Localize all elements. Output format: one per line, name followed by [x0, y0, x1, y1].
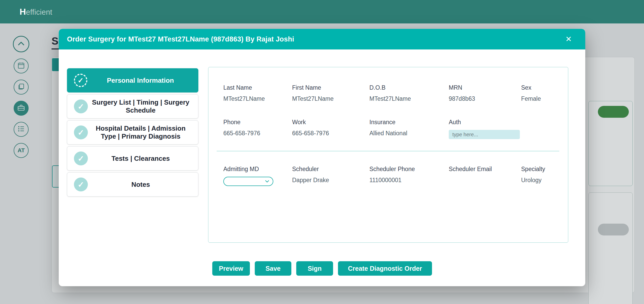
- field-label: Auth: [449, 119, 521, 126]
- field-sex: Sex Female: [521, 84, 583, 102]
- step-label: Personal Information: [87, 77, 193, 85]
- step-notes[interactable]: ✓ Notes: [67, 172, 198, 197]
- field-value: Allied National: [369, 130, 449, 137]
- check-icon: ✓: [74, 74, 87, 87]
- chevron-down-icon: [265, 179, 269, 184]
- field-label: Admitting MD: [223, 166, 292, 173]
- field-phone: Phone 665-658-7976: [223, 119, 292, 139]
- field-first-name: First Name MTest27LName: [292, 84, 369, 102]
- modal-title: Order Surgery for MTest27 MTest27LName (…: [67, 35, 294, 43]
- field-admitting-md: Admitting MD: [223, 166, 292, 186]
- field-value: MTest27LName: [292, 95, 369, 102]
- field-insurance: Insurance Allied National: [369, 119, 449, 139]
- step-list: ✓ Personal Information ✓ Surgery List | …: [67, 68, 198, 198]
- field-value: MTest27LName: [369, 95, 449, 102]
- field-label: Last Name: [223, 84, 292, 91]
- field-value: Female: [521, 95, 583, 102]
- close-icon[interactable]: ✕: [565, 35, 572, 43]
- field-label: First Name: [292, 84, 369, 91]
- auth-input[interactable]: [449, 130, 520, 139]
- brand-logo[interactable]: Hefficient: [20, 7, 52, 17]
- save-button[interactable]: Save: [255, 261, 291, 276]
- brand-initial: H: [20, 7, 26, 16]
- field-value: Urology: [521, 177, 583, 184]
- personal-information-panel: Last Name MTest27LName First Name MTest2…: [208, 67, 568, 243]
- field-dob: D.O.B MTest27LName: [369, 84, 449, 102]
- step-personal-information[interactable]: ✓ Personal Information: [67, 68, 198, 92]
- field-label: MRN: [449, 84, 521, 91]
- field-value: 987d8b63: [449, 95, 521, 102]
- field-label: Insurance: [369, 119, 449, 126]
- check-icon: ✓: [74, 99, 88, 113]
- field-value: 1110000001: [369, 177, 449, 184]
- section-divider: [217, 151, 559, 151]
- field-specialty: Specialty Urology: [521, 166, 583, 186]
- app-root: Hefficient S: [0, 0, 644, 304]
- preview-button[interactable]: Preview: [212, 261, 250, 276]
- check-icon: ✓: [74, 125, 88, 139]
- field-value: 665-658-7976: [223, 130, 292, 137]
- field-row-1: Last Name MTest27LName First Name MTest2…: [208, 84, 568, 102]
- field-label: Work: [292, 119, 369, 126]
- check-icon: ✓: [74, 151, 88, 165]
- field-scheduler-phone: Scheduler Phone 1110000001: [369, 166, 449, 186]
- field-label: Phone: [223, 119, 292, 126]
- field-row-3: Admitting MD Scheduler Dapper Drake Sche…: [208, 166, 568, 186]
- sign-button[interactable]: Sign: [296, 261, 333, 276]
- brand-rest: efficient: [26, 8, 52, 16]
- step-tests-clearances[interactable]: ✓ Tests | Clearances: [67, 146, 198, 171]
- field-value: [449, 177, 521, 184]
- field-label: Scheduler Phone: [369, 166, 449, 173]
- field-label: D.O.B: [369, 84, 449, 91]
- step-label: Surgery List | Timing | Surgery Schedule: [88, 98, 193, 114]
- check-icon: ✓: [74, 178, 88, 191]
- step-label: Tests | Clearances: [88, 155, 193, 163]
- field-row-2: Phone 665-658-7976 Work 665-658-7976 Ins…: [208, 119, 568, 139]
- create-diagnostic-order-button[interactable]: Create Diagnostic Order: [338, 261, 432, 276]
- field-value: 665-658-7976: [292, 130, 369, 137]
- field-mrn: MRN 987d8b63: [449, 84, 521, 102]
- field-scheduler-email: Scheduler Email: [449, 166, 521, 186]
- admitting-md-select[interactable]: [223, 177, 273, 186]
- field-work: Work 665-658-7976: [292, 119, 369, 139]
- modal-header: Order Surgery for MTest27 MTest27LName (…: [59, 29, 585, 49]
- step-hospital-details[interactable]: ✓ Hospital Details | Admission Type | Pr…: [67, 120, 198, 145]
- field-label: Specialty: [521, 166, 583, 173]
- step-surgery-list[interactable]: ✓ Surgery List | Timing | Surgery Schedu…: [67, 94, 198, 119]
- top-bar: Hefficient: [0, 0, 644, 23]
- field-last-name: Last Name MTest27LName: [223, 84, 292, 102]
- step-label: Hospital Details | Admission Type | Prim…: [88, 124, 193, 140]
- order-surgery-modal: Order Surgery for MTest27 MTest27LName (…: [59, 29, 585, 286]
- field-scheduler: Scheduler Dapper Drake: [292, 166, 369, 186]
- field-label: Sex: [521, 84, 583, 91]
- modal-actions: Preview Save Sign Create Diagnostic Orde…: [212, 261, 432, 276]
- step-label: Notes: [88, 181, 193, 189]
- field-value: Dapper Drake: [292, 177, 369, 184]
- field-label: Scheduler: [292, 166, 369, 173]
- field-value: MTest27LName: [223, 95, 292, 102]
- field-auth: Auth: [449, 119, 521, 139]
- field-label: Scheduler Email: [449, 166, 521, 173]
